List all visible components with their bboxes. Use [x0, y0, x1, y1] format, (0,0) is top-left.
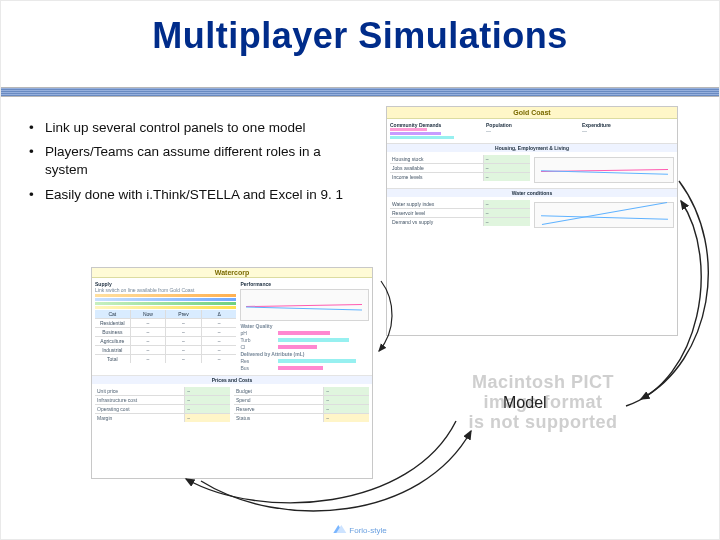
mini-bars	[390, 128, 482, 139]
mini-table: CatNowPrevΔ Residential––– Business––– A…	[95, 310, 236, 363]
mini-chart	[534, 157, 674, 183]
slide: Multiplayer Simulations • Link up severa…	[0, 0, 720, 540]
panel-section: Prices and Costs	[92, 375, 372, 384]
model-label: Model	[503, 394, 547, 412]
bullet-item: • Link up several control panels to one …	[29, 119, 359, 137]
panel-note: Link switch on line available from Gold …	[95, 287, 236, 293]
panel-subheading: Delivered by Attribute (mL)	[240, 351, 369, 357]
bullet-list: • Link up several control panels to one …	[29, 119, 359, 210]
bullet-text: Easily done with i.Think/STELLA and Exce…	[45, 186, 359, 204]
footer-logo: Forio-style	[333, 525, 386, 535]
mini-table: Budget– Spend– Reserve– Status–	[234, 387, 369, 422]
bullet-text: Players/Teams can assume different roles…	[45, 143, 359, 179]
mini-table: Unit price– Infrastructure cost– Operati…	[95, 387, 230, 422]
bullet-item: • Players/Teams can assume different rol…	[29, 143, 359, 179]
mini-table: Housing stock– Jobs available– Income le…	[390, 155, 530, 181]
stripe	[95, 294, 236, 297]
mini-chart	[240, 289, 369, 321]
stripe	[95, 306, 236, 309]
bullet-icon: •	[29, 143, 45, 179]
panel-gold-coast: Gold Coast Community Demands Population …	[386, 106, 678, 336]
pict-line: Macintosh PICT	[403, 373, 683, 393]
stripe	[95, 298, 236, 301]
panel-subheading: Water Quality	[240, 323, 369, 329]
bullet-icon: •	[29, 186, 45, 204]
panel-value: —	[582, 128, 674, 134]
divider-bar	[1, 87, 719, 97]
panel-title: Watercorp	[92, 268, 372, 278]
panel-title: Gold Coast	[387, 107, 677, 119]
logo-icon	[333, 525, 345, 535]
panel-watercorp: Watercorp Supply Link switch on line ava…	[91, 267, 373, 479]
footer-text: Forio-style	[349, 526, 386, 535]
bullet-item: • Easily done with i.Think/STELLA and Ex…	[29, 186, 359, 204]
panel-section: Water conditions	[387, 188, 677, 197]
bullet-text: Link up several control panels to one mo…	[45, 119, 359, 137]
panel-value: —	[486, 128, 578, 134]
slide-title: Multiplayer Simulations	[1, 15, 719, 57]
panel-subheading: Performance	[240, 281, 369, 287]
stripe	[95, 302, 236, 305]
panel-section: Housing, Employment & Living	[387, 143, 677, 152]
bullet-icon: •	[29, 119, 45, 137]
pict-line: is not supported	[403, 413, 683, 433]
mini-table: Water supply index– Reservoir level– Dem…	[390, 200, 530, 226]
mini-chart	[534, 202, 674, 228]
